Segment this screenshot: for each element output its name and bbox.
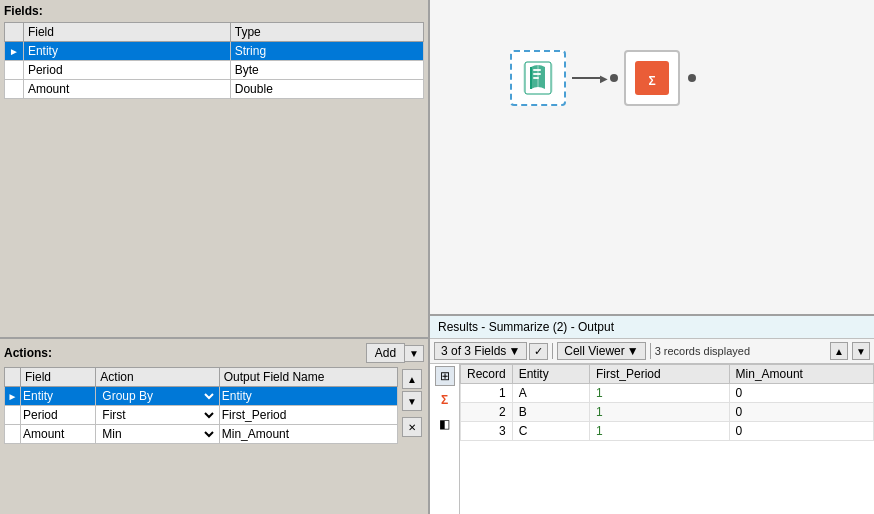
min-amount-cell: 0 xyxy=(729,384,873,403)
action-field-cell: Period xyxy=(21,406,96,425)
action-arrow-cell: ► xyxy=(5,387,21,406)
record-num-cell: 2 xyxy=(461,403,513,422)
first-period-cell: 1 xyxy=(589,403,729,422)
row-arrow-cell: ► xyxy=(5,42,24,61)
output-dot xyxy=(688,74,696,82)
actions-output-col: Output Field Name xyxy=(219,368,397,387)
svg-text:Σ: Σ xyxy=(648,74,655,88)
action-field-cell: Amount xyxy=(21,425,96,444)
first-period-cell: 1 xyxy=(589,384,729,403)
results-header: Results - Summarize (2) - Output xyxy=(430,316,874,339)
results-col-header: Record xyxy=(461,365,513,384)
svg-rect-3 xyxy=(533,73,541,75)
svg-rect-4 xyxy=(533,77,539,79)
output-connector xyxy=(686,74,696,82)
results-title: Results - Summarize (2) - Output xyxy=(438,320,614,334)
svg-rect-2 xyxy=(533,69,541,71)
entity-cell: A xyxy=(512,384,589,403)
fields-label: Fields: xyxy=(4,4,424,18)
actions-arrow-col xyxy=(5,368,21,387)
actions-table-row[interactable]: ► Entity Group ByFirstMinMaxSumCount Ent… xyxy=(5,387,398,406)
data-side-icon[interactable]: ◧ xyxy=(435,414,455,434)
remove-button[interactable]: ✕ xyxy=(402,417,422,437)
book-icon xyxy=(519,59,557,97)
add-dropdown-button[interactable]: ▼ xyxy=(405,345,424,362)
sigma-icon: Σ xyxy=(633,59,671,97)
fields-arrow-col xyxy=(5,23,24,42)
row-arrow-cell xyxy=(5,80,24,99)
record-num-cell: 1 xyxy=(461,384,513,403)
workflow-container: ▶ Σ xyxy=(510,50,696,106)
results-col-header: Entity xyxy=(512,365,589,384)
add-button[interactable]: Add xyxy=(366,343,405,363)
entity-cell: C xyxy=(512,422,589,441)
results-panel: Results - Summarize (2) - Output 3 of 3 … xyxy=(430,314,874,514)
field-type-cell: String xyxy=(230,42,423,61)
actions-field-col: Field xyxy=(21,368,96,387)
fields-count-button[interactable]: 3 of 3 Fields ▼ xyxy=(434,342,527,360)
min-amount-cell: 0 xyxy=(729,403,873,422)
move-up-button[interactable]: ▲ xyxy=(402,369,422,389)
record-num-cell: 3 xyxy=(461,422,513,441)
cell-viewer-button[interactable]: Cell Viewer ▼ xyxy=(557,342,645,360)
action-arrow-cell xyxy=(5,406,21,425)
field-type-cell: Double xyxy=(230,80,423,99)
field-name-cell: Period xyxy=(23,61,230,80)
action-output-cell: Entity xyxy=(219,387,397,406)
actions-table: Field Action Output Field Name ► Entity … xyxy=(4,367,398,444)
summarize-node[interactable]: Σ xyxy=(624,50,680,106)
fields-type-col: Type xyxy=(230,23,423,42)
fields-count-text: 3 of 3 Fields xyxy=(441,344,506,358)
scroll-down-button[interactable]: ▼ xyxy=(852,342,870,360)
action-select[interactable]: Group ByFirstMinMaxSumCount xyxy=(98,388,216,404)
scroll-up-button[interactable]: ▲ xyxy=(830,342,848,360)
connector-arrow: ▶ xyxy=(600,73,608,84)
connector-dot xyxy=(610,74,618,82)
results-table-row: 1 A 1 0 xyxy=(461,384,874,403)
action-action-cell[interactable]: Group ByFirstMinMaxSumCount xyxy=(96,387,219,406)
move-down-button[interactable]: ▼ xyxy=(402,391,422,411)
toolbar-separator xyxy=(552,343,553,359)
results-table-wrap: RecordEntityFirst_PeriodMin_Amount 1 A 1… xyxy=(460,364,874,514)
entity-cell: B xyxy=(512,403,589,422)
fields-table-row[interactable]: Period Byte xyxy=(5,61,424,80)
cell-viewer-dropdown-icon: ▼ xyxy=(627,344,639,358)
cell-viewer-text: Cell Viewer xyxy=(564,344,624,358)
connector-line xyxy=(572,77,600,79)
action-field-cell: Entity xyxy=(21,387,96,406)
action-action-cell[interactable]: Group ByFirstMinMaxSumCount xyxy=(96,425,219,444)
actions-action-col: Action xyxy=(96,368,219,387)
actions-table-row[interactable]: Amount Group ByFirstMinMaxSumCount Min_A… xyxy=(5,425,398,444)
min-amount-cell: 0 xyxy=(729,422,873,441)
input-node[interactable] xyxy=(510,50,566,106)
results-toolbar: 3 of 3 Fields ▼ ✓ Cell Viewer ▼ 3 record… xyxy=(430,339,874,364)
action-output-cell: First_Period xyxy=(219,406,397,425)
actions-table-row[interactable]: Period Group ByFirstMinMaxSumCount First… xyxy=(5,406,398,425)
results-table-row: 2 B 1 0 xyxy=(461,403,874,422)
action-select[interactable]: Group ByFirstMinMaxSumCount xyxy=(98,407,216,423)
field-type-cell: Byte xyxy=(230,61,423,80)
action-action-cell[interactable]: Group ByFirstMinMaxSumCount xyxy=(96,406,219,425)
fields-table-row[interactable]: Amount Double xyxy=(5,80,424,99)
action-output-cell: Min_Amount xyxy=(219,425,397,444)
results-col-header: First_Period xyxy=(589,365,729,384)
connector: ▶ xyxy=(572,73,618,84)
fields-table: Field Type ► Entity String Period Byte A… xyxy=(4,22,424,99)
row-arrow-cell xyxy=(5,61,24,80)
results-table: RecordEntityFirst_PeriodMin_Amount 1 A 1… xyxy=(460,364,874,441)
first-period-cell: 1 xyxy=(589,422,729,441)
side-icons-panel: ⊞ Σ ◧ xyxy=(430,364,460,514)
sigma-side-icon[interactable]: Σ xyxy=(435,390,455,410)
fields-field-col: Field xyxy=(23,23,230,42)
canvas-area: ▶ Σ xyxy=(430,0,874,314)
actions-label: Actions: xyxy=(4,346,52,360)
table-view-icon[interactable]: ⊞ xyxy=(435,366,455,386)
results-table-row: 3 C 1 0 xyxy=(461,422,874,441)
checkmark-button[interactable]: ✓ xyxy=(529,343,548,360)
action-arrow-cell xyxy=(5,425,21,444)
fields-table-row[interactable]: ► Entity String xyxy=(5,42,424,61)
results-content: ⊞ Σ ◧ RecordEntityFirst_PeriodMin_Amount… xyxy=(430,364,874,514)
action-select[interactable]: Group ByFirstMinMaxSumCount xyxy=(98,426,216,442)
toolbar-separator2 xyxy=(650,343,651,359)
results-col-header: Min_Amount xyxy=(729,365,873,384)
